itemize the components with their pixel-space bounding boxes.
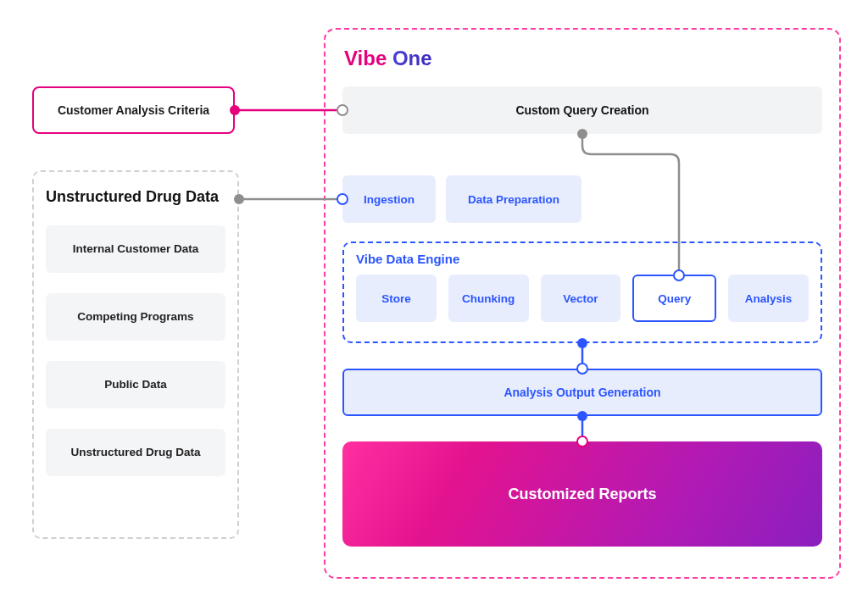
ingestion-box: Ingestion [342,175,436,223]
engine-cell-vector: Vector [541,275,621,322]
vibe-title-part2: One [392,47,432,69]
data-preparation-box: Data Preparation [446,175,581,223]
customized-reports-box: Customized Reports [342,441,822,547]
drugdata-item-label: Internal Customer Data [73,242,199,255]
vibe-data-engine-title: Vibe Data Engine [356,252,809,266]
customer-analysis-criteria-box: Customer Analysis Criteria [32,86,235,134]
vibe-data-engine-box: Vibe Data Engine Store Chunking Vector Q… [342,241,822,343]
engine-row: Store Chunking Vector Query Analysis [356,275,809,322]
drugdata-item: Competing Programs [46,293,225,341]
drugdata-item: Public Data [46,361,225,408]
unstructured-drug-data-title: Unstructured Drug Data [46,187,225,207]
vibe-one-title: Vibe One [344,47,821,70]
engine-cell-chunking: Chunking [448,275,529,322]
customized-reports-label: Customized Reports [508,486,656,503]
ingestion-label: Ingestion [364,193,415,206]
drugdata-item-label: Competing Programs [77,310,193,323]
custom-query-creation-box: Custom Query Creation [342,86,822,134]
drugdata-item-label: Unstructured Drug Data [70,446,200,458]
engine-cell-store: Store [356,275,437,322]
analysis-output-generation-box: Analysis Output Generation [342,369,822,416]
customer-analysis-criteria-label: Customer Analysis Criteria [58,103,209,117]
analysis-output-generation-label: Analysis Output Generation [504,386,660,399]
custom-query-creation-label: Custom Query Creation [515,103,648,117]
drugdata-item-label: Public Data [104,378,167,391]
drugdata-item: Internal Customer Data [46,225,225,273]
unstructured-drug-data-panel: Unstructured Drug Data Internal Customer… [32,170,239,539]
engine-cell-analysis: Analysis [728,275,809,322]
engine-cell-query: Query [632,275,716,322]
drugdata-item: Unstructured Drug Data [46,429,225,476]
vibe-title-part1: Vibe [344,47,387,69]
data-preparation-label: Data Preparation [468,193,559,206]
